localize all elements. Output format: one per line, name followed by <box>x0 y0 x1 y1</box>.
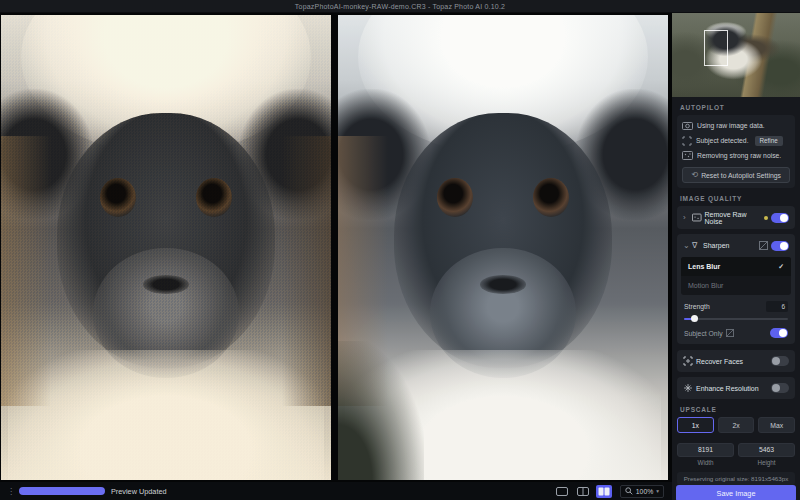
art-shape <box>533 178 569 218</box>
preview-after-pane[interactable] <box>338 15 668 480</box>
denoise-icon <box>692 213 702 222</box>
right-sidebar: AUTOPILOT Using raw image data. Subject … <box>672 13 800 500</box>
recover-faces-label: Recover Faces <box>696 358 743 365</box>
remove-raw-noise-label: Remove Raw Noise <box>705 211 758 225</box>
recover-faces-filter[interactable]: Recover Faces <box>677 350 795 372</box>
status-bar: ⋮ Preview Updated 100% ▾ <box>0 482 672 500</box>
art-shape <box>338 341 424 481</box>
strength-value[interactable]: 6 <box>766 301 788 312</box>
recover-faces-icon <box>683 356 693 366</box>
single-view-button[interactable] <box>554 485 570 498</box>
app-window: TopazPhotoAI-monkey-RAW-demo.CR3 - Topaz… <box>0 0 800 500</box>
art-shape <box>1 15 331 480</box>
reset-autopilot-button[interactable]: ⟲ Reset to Autopilot Settings <box>682 167 790 183</box>
art-shape <box>480 275 526 294</box>
sharpen-label: Sharpen <box>703 242 729 249</box>
subject-only-label: Subject Only <box>684 330 723 337</box>
mode-label: Motion Blur <box>688 282 723 289</box>
upscale-options: 1x 2x Max <box>677 417 795 433</box>
enhance-resolution-toggle[interactable] <box>771 383 789 393</box>
strength-label: Strength <box>684 303 710 310</box>
autopilot-modified-dot <box>764 216 768 220</box>
mask-icon <box>726 329 734 337</box>
autopilot-item-text: Using raw image data. <box>697 122 765 129</box>
sharpen-filter-header[interactable]: ⌄ ∇ Sharpen <box>677 234 795 257</box>
side-by-side-view-button[interactable] <box>596 485 612 498</box>
subject-only-toggle[interactable] <box>770 328 788 338</box>
subject-icon <box>682 136 692 146</box>
upscale-option-max[interactable]: Max <box>758 417 795 433</box>
window-title: TopazPhotoAI-monkey-RAW-demo.CR3 - Topaz… <box>295 3 505 10</box>
autopilot-item-raw: Using raw image data. <box>682 118 790 133</box>
chevron-down-icon[interactable]: ⌄ <box>683 242 689 250</box>
dimension-fields: Width Height <box>677 438 795 466</box>
view-mode-buttons: 100% ▾ <box>554 485 672 498</box>
sharpen-toggle[interactable] <box>771 241 789 251</box>
zoom-level: 100% <box>636 488 653 495</box>
autopilot-header: AUTOPILOT <box>680 104 792 111</box>
title-bar: TopazPhotoAI-monkey-RAW-demo.CR3 - Topaz… <box>0 0 800 13</box>
size-note: Preserving original size: 8191x5463px <box>677 472 795 485</box>
autopilot-item-noise: Removing strong raw noise. <box>682 148 790 163</box>
split-view-icon <box>577 487 589 496</box>
strength-control: Strength 6 <box>677 295 795 324</box>
autopilot-item-text: Removing strong raw noise. <box>697 152 781 159</box>
enhance-resolution-icon <box>683 383 693 393</box>
image-quality-header: IMAGE QUALITY <box>680 195 792 202</box>
subject-only-row: Subject Only <box>677 324 795 338</box>
single-view-icon <box>556 487 568 496</box>
height-input[interactable] <box>738 443 795 457</box>
sharpen-mode-lens-blur[interactable]: Lens Blur ✓ <box>681 257 791 276</box>
remove-raw-noise-toggle[interactable] <box>771 213 789 223</box>
queue-icon[interactable]: ⋮ <box>7 487 15 496</box>
navigator-thumbnail[interactable] <box>672 13 800 97</box>
viewport-indicator[interactable] <box>704 30 728 66</box>
enhance-resolution-label: Enhance Resolution <box>696 385 759 392</box>
side-by-side-icon <box>598 487 610 496</box>
zoom-control[interactable]: 100% ▾ <box>620 485 664 498</box>
autopilot-item-text: Subject detected. <box>696 137 749 144</box>
progress-bar <box>19 487 105 495</box>
sharpen-filter: ⌄ ∇ Sharpen Lens Blur ✓ Motion Blur Stre… <box>677 234 795 344</box>
autopilot-item-subject: Subject detected. Refine <box>682 133 790 148</box>
camera-icon <box>682 121 693 130</box>
width-input[interactable] <box>677 443 734 457</box>
magnifier-icon <box>625 487 633 495</box>
width-label: Width <box>677 459 734 466</box>
strength-slider[interactable] <box>684 314 788 324</box>
reset-autopilot-label: Reset to Autopilot Settings <box>701 172 781 179</box>
split-view-button[interactable] <box>575 485 591 498</box>
height-label: Height <box>738 459 795 466</box>
reset-icon: ⟲ <box>691 171 697 179</box>
remove-raw-noise-filter[interactable]: › Remove Raw Noise <box>677 206 795 229</box>
preview-before-pane[interactable] <box>1 15 331 480</box>
recover-faces-toggle[interactable] <box>771 356 789 366</box>
chevron-down-icon: ▾ <box>656 488 659 494</box>
preview-canvas <box>0 13 672 482</box>
sharpen-mode-motion-blur[interactable]: Motion Blur <box>681 276 791 295</box>
enhance-resolution-filter[interactable]: Enhance Resolution <box>677 377 795 399</box>
sharpen-icon: ∇ <box>692 242 700 250</box>
chevron-right-icon[interactable]: › <box>683 214 689 222</box>
slider-knob[interactable] <box>691 315 698 322</box>
mode-label: Lens Blur <box>688 263 720 270</box>
save-image-button[interactable]: Save Image <box>676 485 796 500</box>
check-icon: ✓ <box>778 263 784 271</box>
status-message: Preview Updated <box>111 487 167 496</box>
refine-button[interactable]: Refine <box>755 136 783 146</box>
sharpen-mode-list: Lens Blur ✓ Motion Blur <box>681 257 791 295</box>
autopilot-panel: Using raw image data. Subject detected. … <box>677 115 795 188</box>
noise-icon <box>682 151 693 160</box>
mask-icon <box>759 241 768 250</box>
upscale-option-2x[interactable]: 2x <box>718 417 755 433</box>
slider-track <box>684 318 788 320</box>
upscale-option-1x[interactable]: 1x <box>677 417 714 433</box>
upscale-header: UPSCALE <box>680 406 792 413</box>
